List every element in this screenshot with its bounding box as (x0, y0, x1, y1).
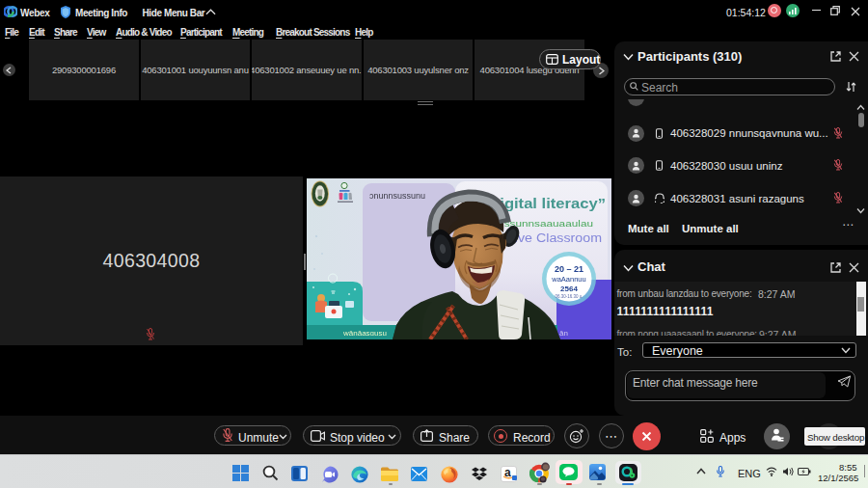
svg-text:waAannuu: waAannuu (551, 275, 585, 284)
svg-text:06.30-16.30 u.: 06.30-16.30 u. (555, 294, 583, 299)
svg-text:ān: ān (559, 329, 568, 338)
svg-text:ɔnunnsussunu: ɔnunnsussunu (369, 191, 425, 201)
svg-text:wānāasɑusu: wānāasɑusu (342, 329, 387, 338)
svg-text:2564: 2564 (560, 285, 578, 293)
svg-text:20 – 21: 20 – 21 (555, 264, 583, 274)
